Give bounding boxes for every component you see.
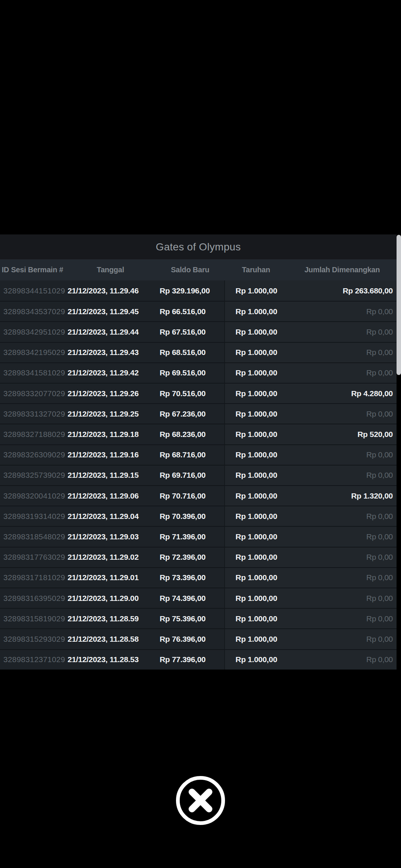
table-row: 32898317763029 21/12/2023, 11.29.02 Rp 7… <box>0 547 397 567</box>
cell-balance: Rp 77.396,00 <box>156 649 224 670</box>
cell-bet: Rp 1.000,00 <box>224 485 288 506</box>
cell-bet: Rp 1.000,00 <box>224 362 288 383</box>
cell-date: 21/12/2023, 11.28.59 <box>65 608 156 628</box>
cell-bet: Rp 1.000,00 <box>224 526 288 546</box>
cell-session-id: 32898326309029 <box>0 444 65 465</box>
cell-winnings: Rp 0,00 <box>288 628 397 649</box>
table-row: 32898317181029 21/12/2023, 11.29.01 Rp 7… <box>0 567 397 588</box>
cell-bet: Rp 1.000,00 <box>224 321 288 342</box>
close-icon <box>175 775 226 826</box>
cell-date: 21/12/2023, 11.29.15 <box>65 465 156 485</box>
cell-winnings: Rp 0,00 <box>288 301 397 321</box>
table-row: 32898320041029 21/12/2023, 11.29.06 Rp 7… <box>0 485 397 506</box>
cell-bet: Rp 1.000,00 <box>224 403 288 424</box>
cell-date: 21/12/2023, 11.28.58 <box>65 628 156 649</box>
cell-winnings: Rp 0,00 <box>288 362 397 383</box>
cell-winnings: Rp 1.320,00 <box>288 485 397 506</box>
cell-bet: Rp 1.000,00 <box>224 628 288 649</box>
cell-winnings: Rp 0,00 <box>288 526 397 546</box>
cell-bet: Rp 1.000,00 <box>224 383 288 403</box>
cell-bet: Rp 1.000,00 <box>224 342 288 362</box>
table-row: 32898315819029 21/12/2023, 11.28.59 Rp 7… <box>0 608 397 628</box>
cell-session-id: 32898342195029 <box>0 342 65 362</box>
table-row: 32898325739029 21/12/2023, 11.29.15 Rp 6… <box>0 465 397 485</box>
cell-session-id: 32898343537029 <box>0 301 65 321</box>
cell-session-id: 32898331327029 <box>0 403 65 424</box>
cell-date: 21/12/2023, 11.29.00 <box>65 588 156 608</box>
cell-session-id: 32898344151029 <box>0 280 65 301</box>
cell-session-id: 32898342951029 <box>0 321 65 342</box>
cell-bet: Rp 1.000,00 <box>224 649 288 670</box>
cell-bet: Rp 1.000,00 <box>224 506 288 526</box>
table-header: ID Sesi Bermain # Tanggal Saldo Baru Tar… <box>0 259 397 280</box>
cell-session-id: 32898319314029 <box>0 506 65 526</box>
cell-bet: Rp 1.000,00 <box>224 424 288 444</box>
cell-balance: Rp 68.236,00 <box>156 424 224 444</box>
cell-winnings: Rp 0,00 <box>288 403 397 424</box>
cell-balance: Rp 76.396,00 <box>156 628 224 649</box>
cell-date: 21/12/2023, 11.29.06 <box>65 485 156 506</box>
table-row: 32898332077029 21/12/2023, 11.29.26 Rp 7… <box>0 383 397 403</box>
cell-balance: Rp 69.516,00 <box>156 362 224 383</box>
table-row: 32898343537029 21/12/2023, 11.29.45 Rp 6… <box>0 301 397 321</box>
cell-bet: Rp 1.000,00 <box>224 588 288 608</box>
cell-bet: Rp 1.000,00 <box>224 280 288 301</box>
cell-winnings: Rp 0,00 <box>288 465 397 485</box>
cell-balance: Rp 71.396,00 <box>156 526 224 546</box>
cell-balance: Rp 70.396,00 <box>156 506 224 526</box>
header-cell-session-id: ID Sesi Bermain # <box>0 266 65 274</box>
cell-winnings: Rp 0,00 <box>288 588 397 608</box>
cell-winnings: Rp 0,00 <box>288 342 397 362</box>
header-cell-balance: Saldo Baru <box>156 266 224 274</box>
cell-balance: Rp 67.236,00 <box>156 403 224 424</box>
cell-balance: Rp 70.516,00 <box>156 383 224 403</box>
table-row: 32898344151029 21/12/2023, 11.29.46 Rp 3… <box>0 280 397 301</box>
cell-date: 21/12/2023, 11.29.46 <box>65 280 156 301</box>
cell-balance: Rp 73.396,00 <box>156 567 224 588</box>
cell-winnings: Rp 520,00 <box>288 424 397 444</box>
table-row: 32898326309029 21/12/2023, 11.29.16 Rp 6… <box>0 444 397 465</box>
cell-session-id: 32898315293029 <box>0 628 65 649</box>
table-row: 32898312371029 21/12/2023, 11.28.53 Rp 7… <box>0 649 397 670</box>
cell-date: 21/12/2023, 11.29.42 <box>65 362 156 383</box>
cell-balance: Rp 72.396,00 <box>156 547 224 567</box>
header-cell-winnings: Jumlah Dimenangkan <box>288 266 397 274</box>
panel-title: Gates of Olympus <box>0 234 397 259</box>
cell-date: 21/12/2023, 11.29.02 <box>65 547 156 567</box>
cell-balance: Rp 68.516,00 <box>156 342 224 362</box>
table-row: 32898342951029 21/12/2023, 11.29.44 Rp 6… <box>0 321 397 342</box>
cell-winnings: Rp 0,00 <box>288 649 397 670</box>
cell-winnings: Rp 0,00 <box>288 608 397 628</box>
cell-date: 21/12/2023, 11.29.01 <box>65 567 156 588</box>
table-body: 32898344151029 21/12/2023, 11.29.46 Rp 3… <box>0 280 397 670</box>
close-button[interactable] <box>175 775 226 826</box>
cell-session-id: 32898325739029 <box>0 465 65 485</box>
cell-balance: Rp 329.196,00 <box>156 280 224 301</box>
cell-winnings: Rp 4.280,00 <box>288 383 397 403</box>
scrollbar-thumb[interactable] <box>397 235 401 375</box>
cell-date: 21/12/2023, 11.29.16 <box>65 444 156 465</box>
cell-bet: Rp 1.000,00 <box>224 567 288 588</box>
cell-balance: Rp 70.716,00 <box>156 485 224 506</box>
table-row: 32898342195029 21/12/2023, 11.29.43 Rp 6… <box>0 342 397 362</box>
cell-winnings: Rp 0,00 <box>288 506 397 526</box>
cell-date: 21/12/2023, 11.29.26 <box>65 383 156 403</box>
cell-session-id: 32898317181029 <box>0 567 65 588</box>
cell-balance: Rp 66.516,00 <box>156 301 224 321</box>
cell-balance: Rp 74.396,00 <box>156 588 224 608</box>
cell-bet: Rp 1.000,00 <box>224 465 288 485</box>
cell-session-id: 32898327188029 <box>0 424 65 444</box>
header-cell-bet: Taruhan <box>224 266 288 274</box>
cell-date: 21/12/2023, 11.29.45 <box>65 301 156 321</box>
cell-session-id: 32898332077029 <box>0 383 65 403</box>
cell-date: 21/12/2023, 11.29.18 <box>65 424 156 444</box>
table-row: 32898315293029 21/12/2023, 11.28.58 Rp 7… <box>0 628 397 649</box>
cell-winnings: Rp 0,00 <box>288 444 397 465</box>
cell-date: 21/12/2023, 11.29.25 <box>65 403 156 424</box>
cell-session-id: 32898341581029 <box>0 362 65 383</box>
cell-date: 21/12/2023, 11.28.53 <box>65 649 156 670</box>
table-row: 32898318548029 21/12/2023, 11.29.03 Rp 7… <box>0 526 397 546</box>
cell-session-id: 32898315819029 <box>0 608 65 628</box>
cell-bet: Rp 1.000,00 <box>224 301 288 321</box>
cell-session-id: 32898320041029 <box>0 485 65 506</box>
